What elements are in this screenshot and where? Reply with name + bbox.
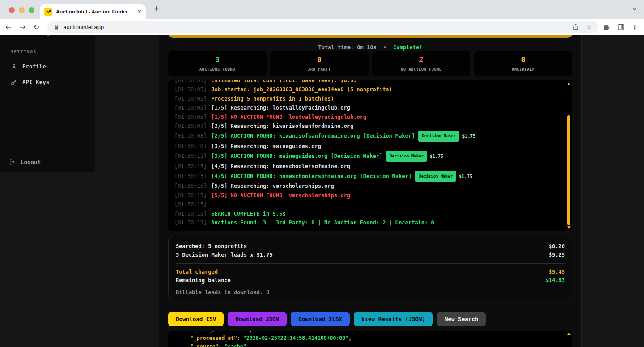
stat-label: AUCTIONS FOUND <box>199 67 235 72</box>
tab-search-chevron-icon[interactable] <box>631 6 638 12</box>
log-timestamp: [01:30:05] <box>174 86 207 93</box>
download-json-button[interactable]: Download JSON <box>228 312 287 326</box>
log-message: [5/5] NO AUCTION FOUND: vmrscholarships.… <box>211 192 350 199</box>
share-icon[interactable] <box>572 23 579 30</box>
decision-maker-badge: Decision Maker <box>415 171 456 182</box>
scroll-up-arrow-icon[interactable] <box>567 83 571 85</box>
download-csv-button[interactable]: Download CSV <box>168 312 224 326</box>
stat-card-uncertain: 0UNCERTAIN <box>474 51 572 76</box>
new-tab-button[interactable]: + <box>154 4 159 14</box>
results-json-panel[interactable]: "_lead_price": 1.75,"_processed_at": "20… <box>168 331 572 347</box>
json-value: 1.75 <box>237 331 250 332</box>
status-bullet: • <box>383 44 386 51</box>
bookmark-star-icon[interactable]: ☆ <box>586 23 592 31</box>
log-row: [01:30:13][4/5] AUCTION FOUND: homeschoo… <box>174 171 561 182</box>
tab-close-icon[interactable]: × <box>138 8 141 15</box>
browser-menu-kebab-icon[interactable]: ⋮ <box>631 23 638 30</box>
stat-card-no-auction-found: 2NO AUCTION FOUND <box>372 51 470 76</box>
merge-icon <box>10 35 16 36</box>
sidebar-item-label: API Keys <box>22 79 49 85</box>
url-text[interactable]: auctionintel.app <box>63 24 565 30</box>
log-timestamp: [01:30:15] <box>174 220 207 226</box>
sidebar: Feed Merger SETTINGS Profile API Keys Lo… <box>0 35 95 172</box>
sidebar-item-feed-merger[interactable]: Feed Merger <box>10 35 56 36</box>
billing-summary: Searched: 5 nonprofits$0.203 Decision Ma… <box>168 236 572 298</box>
sidebar-item-api-keys[interactable]: API Keys <box>11 79 95 85</box>
log-scrollbar-thumb[interactable] <box>567 115 570 225</box>
billing-line-label: Searched: 5 nonprofits <box>176 242 247 251</box>
log-message: [3/5] Researching: maineguides.org <box>211 143 321 149</box>
log-message: Processing 5 nonprofits in 1 batch(es) <box>211 96 334 102</box>
billing-line: Searched: 5 nonprofits$0.20 <box>176 242 565 251</box>
logout-button[interactable]: Logout <box>0 152 95 172</box>
browser-chrome: Auction Intel - Auction Finder × + ← → ↻… <box>0 0 644 35</box>
billable-leads-note: Billable leads in download: 3 <box>176 288 565 297</box>
action-buttons-row: Download CSVDownload JSONDownload XLSXVi… <box>168 312 486 326</box>
view-results-json-button[interactable]: View Results (JSON) <box>354 312 433 326</box>
billing-line-amount: $5.25 <box>549 251 565 259</box>
browser-tab[interactable]: Auction Intel - Auction Finder × <box>40 4 146 19</box>
window-zoom-button[interactable] <box>29 7 34 13</box>
back-button[interactable]: ← <box>5 23 11 31</box>
log-row: [01:30:15]SEARCH COMPLETE in 9.5s <box>174 209 561 218</box>
billing-line-label: 3 Decision Maker leads x $1.75 <box>176 251 273 259</box>
billing-total-label: Total charged <box>176 268 218 276</box>
json-comma: , <box>246 343 250 347</box>
log-timestamp: [01:30:07] <box>174 123 207 129</box>
json-key: "_lead_price" <box>191 331 231 332</box>
log-timestamp: [01:30:05] <box>174 96 207 102</box>
browser-toolbar: ← → ↻ auctionintel.app ☆ ⋮ <box>0 19 644 35</box>
json-value: "2026-02-25T22:14:58.414100+00:00" <box>243 335 348 341</box>
forward-button[interactable]: → <box>19 23 25 31</box>
window-controls <box>9 7 34 13</box>
stat-card-auctions-found: 3AUCTIONS FOUND <box>168 51 267 76</box>
json-key: "_source" <box>191 343 218 347</box>
window-minimize-button[interactable] <box>19 7 25 13</box>
decision-maker-badge: Decision Maker <box>418 131 459 141</box>
json-line: "_source": "cache", <box>174 343 561 347</box>
stat-cards-row: 3AUCTIONS FOUND03RD PARTY2NO AUCTION FOU… <box>168 51 572 76</box>
log-row: [01:30:15]Auctions Found: 3 | 3rd Party:… <box>174 218 561 227</box>
window-close-button[interactable] <box>9 7 15 13</box>
log-timestamp: [01:30:11] <box>174 153 207 159</box>
json-separator: : <box>218 343 225 347</box>
run-status-line: Total time: 0m 10s • Complete! <box>159 44 581 51</box>
log-row: [01:30:05]Processing 5 nonprofits in 1 b… <box>174 94 561 103</box>
json-scroll-up-arrow-icon[interactable] <box>567 333 571 335</box>
stat-value: 3 <box>215 56 219 64</box>
scroll-down-arrow-icon[interactable] <box>567 226 571 229</box>
address-bar[interactable]: auctionintel.app ☆ <box>47 21 598 33</box>
log-message: [1/5] Researching: lostvalleyracingclub.… <box>211 105 350 111</box>
person-icon <box>11 63 17 70</box>
log-row: [01:30:15] <box>174 200 561 209</box>
json-separator: : <box>231 331 237 332</box>
logout-icon <box>9 159 15 165</box>
log-message: [1/5] NO AUCTION FOUND: lostvalleyracing… <box>211 114 366 120</box>
reload-button[interactable]: ↻ <box>34 23 39 31</box>
log-row: [01:30:05]Job started: job_20260303_0830… <box>174 85 561 94</box>
log-timestamp: [01:30:08] <box>174 133 207 139</box>
json-comma: , <box>250 331 253 332</box>
settings-section-header: SETTINGS <box>11 49 95 54</box>
log-console[interactable]: [01:30:05]Estimated total cost (incl. ba… <box>168 80 572 231</box>
json-comma: , <box>348 335 352 341</box>
stat-card-3rd-party: 03RD PARTY <box>270 51 369 76</box>
new-search-button[interactable]: New Search <box>437 312 486 326</box>
log-timestamp: [01:30:13] <box>174 173 207 179</box>
total-time-text: Total time: 0m 10s <box>318 44 377 51</box>
json-line: "_processed_at": "2026-02-25T22:14:58.41… <box>174 334 561 343</box>
extensions-puzzle-icon[interactable] <box>603 23 610 31</box>
tab-strip: Auction Intel - Auction Finder × + <box>0 0 644 19</box>
log-row: [01:30:07][2/5] Researching: kiwanisofsa… <box>174 122 561 131</box>
log-message: Job started: job_20260303_083006_eea14ee… <box>211 86 392 93</box>
progress-bar <box>168 35 572 38</box>
side-panel-icon[interactable] <box>617 23 625 31</box>
tab-title: Auction Intel - Auction Finder <box>56 9 135 14</box>
lead-price: $1.75 <box>462 134 475 139</box>
log-row: [01:30:13][4/5] Researching: homeschoole… <box>174 162 561 171</box>
log-message: Auctions Found: 3 | 3rd Party: 0 | No Au… <box>211 220 434 226</box>
main-content: Total time: 0m 10s • Complete! 3AUCTIONS… <box>159 35 582 347</box>
download-xlsx-button[interactable]: Download XLSX <box>291 312 350 326</box>
sidebar-item-profile[interactable]: Profile <box>11 63 95 70</box>
log-timestamp: [01:30:15] <box>174 192 207 199</box>
